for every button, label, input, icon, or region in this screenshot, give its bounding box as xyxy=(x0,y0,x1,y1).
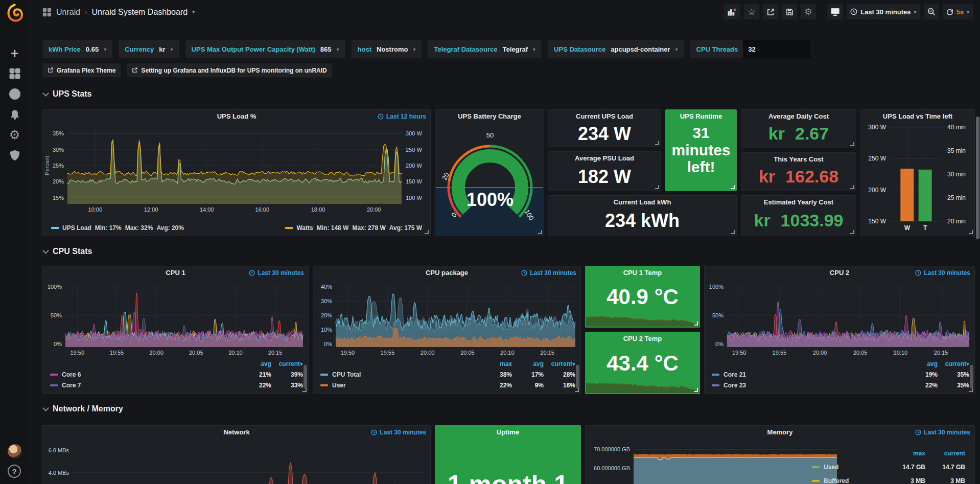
panel-title[interactable]: Estimated Yearly Cost xyxy=(741,198,856,206)
cycle-view-monitor-button[interactable] xyxy=(827,4,843,19)
stat-value: 234 W xyxy=(548,123,661,145)
svg-text:14:00: 14:00 xyxy=(200,206,214,213)
panel-estimated-yearly-cost: Estimated Yearly Cost kr1033.99 xyxy=(741,195,856,236)
svg-text:0%: 0% xyxy=(54,341,62,347)
svg-text:10:00: 10:00 xyxy=(88,206,103,213)
panel-time-override[interactable]: Last 30 minutes xyxy=(521,269,576,276)
legend-row-buffered[interactable]: Buffered3 MB3 MB xyxy=(812,474,965,484)
legend-row-core7[interactable]: Core 722%33% xyxy=(50,380,303,390)
legend-col-avg[interactable]: avg xyxy=(906,360,938,367)
panel-title[interactable]: This Years Cost xyxy=(741,155,856,163)
panel-title[interactable]: CPU 2 Temp xyxy=(586,335,699,342)
svg-text:20%: 20% xyxy=(321,312,332,318)
alerting-bell-icon[interactable] xyxy=(0,104,29,125)
share-dashboard-button[interactable] xyxy=(763,4,778,19)
svg-text:25 min: 25 min xyxy=(947,194,966,201)
refresh-caret: ▾ xyxy=(967,9,969,15)
variable-telegraf-datasource[interactable]: Telegraf DatasourceTelegraf▾ xyxy=(428,40,542,58)
variable-kwh-price[interactable]: kWh Price0.65▾ xyxy=(42,40,112,58)
legend-col-current[interactable]: current▾ xyxy=(544,360,575,367)
user-avatar[interactable] xyxy=(8,444,22,458)
server-admin-shield-icon[interactable] xyxy=(0,145,29,166)
section-ups-stats[interactable]: UPS Stats xyxy=(43,89,91,99)
cpu2-chart[interactable]: 100%50%0%19:5019:5520:0020:0520:1020:15 xyxy=(705,280,974,357)
panel-average-daily-cost: Average Daily Cost kr2.67 xyxy=(741,109,856,148)
zoom-out-button[interactable] xyxy=(924,4,939,19)
panel-title[interactable]: UPS Runtime xyxy=(666,112,736,120)
legend-col-avg[interactable]: avg xyxy=(512,360,544,367)
legend-item-ups-load[interactable]: UPS Load Min: 17% Max: 32% Avg: 20% xyxy=(51,224,184,232)
legend-scrollbar[interactable] xyxy=(576,365,579,388)
link-ups-monitoring-guide[interactable]: Setting up Grafana and InfluxDB for UPS … xyxy=(127,63,332,77)
section-cpu-stats[interactable]: CPU Stats xyxy=(43,247,92,256)
cpu1-chart[interactable]: 100%50%0%19:5019:5520:0020:0520:1020:15 xyxy=(43,280,308,357)
explore-compass-icon[interactable] xyxy=(0,84,29,104)
panel-title[interactable]: Current Load kWh xyxy=(548,198,736,206)
legend-scrollbar[interactable] xyxy=(304,365,307,388)
legend-row-core21[interactable]: Core 2119%35% xyxy=(712,369,969,380)
legend-col-avg[interactable]: avg xyxy=(240,360,271,367)
legend-scrollbar[interactable] xyxy=(970,365,973,388)
variable-currency[interactable]: Currencykr▾ xyxy=(119,40,179,58)
legend-row-used[interactable]: Used14.7 GB14.7 GB xyxy=(812,460,965,474)
panel-time-override[interactable]: Last 30 minutes xyxy=(915,269,970,276)
panel-time-override[interactable]: Last 12 hours xyxy=(378,113,426,120)
svg-text:19:50: 19:50 xyxy=(341,350,355,356)
svg-text:0%: 0% xyxy=(715,341,724,347)
page-scrollbar-thumb[interactable] xyxy=(976,117,979,239)
configuration-gear-icon[interactable]: ⚙ xyxy=(0,125,29,145)
memory-chart[interactable]: 70.000000 GB60.000000 GB50.000000 GB xyxy=(586,443,841,484)
svg-text:20 min: 20 min xyxy=(947,218,966,225)
panel-title[interactable]: Average PSU Load xyxy=(548,154,661,162)
legend-col-max[interactable]: max xyxy=(480,360,512,367)
star-dashboard-button[interactable]: ☆ xyxy=(744,4,759,19)
add-panel-button[interactable] xyxy=(724,4,740,19)
svg-text:0%: 0% xyxy=(324,341,332,347)
legend-swatch xyxy=(712,374,719,376)
legend-row-core6[interactable]: Core 621%39% xyxy=(50,369,303,380)
legend-swatch xyxy=(50,384,58,386)
svg-text:20:00: 20:00 xyxy=(421,350,435,356)
save-dashboard-button[interactable] xyxy=(782,4,797,19)
panel-title[interactable]: Uptime xyxy=(435,428,580,436)
breadcrumb-app[interactable]: Unraid xyxy=(56,8,80,17)
dashboard-settings-button[interactable]: ⚙ xyxy=(801,4,816,19)
legend-row-cpu-total[interactable]: CPU Total38%17%28% xyxy=(320,369,575,380)
help-icon[interactable]: ? xyxy=(8,465,21,478)
panel-title[interactable]: Current UPS Load xyxy=(548,112,661,120)
chevron-down-icon xyxy=(42,247,49,254)
dashboard-dropdown-caret[interactable]: ▾ xyxy=(192,9,195,15)
legend-row-core23[interactable]: Core 2322%35% xyxy=(712,380,969,390)
ups-load-legend: UPS Load Min: 17% Max: 32% Avg: 20% Watt… xyxy=(51,224,422,232)
breadcrumb-dashboard-title[interactable]: Unraid System Dashboard xyxy=(91,8,188,17)
panel-title[interactable]: UPS Load % xyxy=(43,112,430,120)
legend-col-current[interactable]: current▾ xyxy=(938,360,969,367)
variable-caret: ▾ xyxy=(171,47,173,52)
legend-col-current[interactable]: current xyxy=(925,450,965,457)
variable-cpu-threads[interactable]: CPU Threads32 xyxy=(690,40,811,58)
legend-item-watts[interactable]: Watts Min: 148 W Max: 278 W Avg: 175 W xyxy=(285,224,422,232)
legend-col-max[interactable]: max xyxy=(885,450,925,457)
link-grafana-plex-theme[interactable]: Grafana Plex Theme xyxy=(42,63,121,77)
panel-time-override[interactable]: Last 30 minutes xyxy=(371,429,426,436)
legend-swatch xyxy=(51,227,59,229)
refresh-picker[interactable]: 5s ▾ xyxy=(943,4,973,19)
legend-col-current[interactable]: current▾ xyxy=(271,360,303,367)
panel-time-override[interactable]: Last 30 minutes xyxy=(249,269,304,276)
ups-load-chart[interactable]: 35%30%25%20%15%300 W250 W200 W150 W100 W… xyxy=(43,123,430,215)
panel-title[interactable]: CPU 1 Temp xyxy=(586,269,699,276)
variable-host[interactable]: hostNostromo▾ xyxy=(352,40,422,58)
variable-ups-max-output[interactable]: UPS Max Output Power Capacity (Watt)865▾ xyxy=(185,40,345,58)
variable-ups-datasource[interactable]: UPS Datasourceapcupsd-container▾ xyxy=(548,40,684,58)
cpu-package-chart[interactable]: 40%30%20%10%0%19:5019:5520:0020:0520:102… xyxy=(313,280,580,357)
time-range-picker[interactable]: Last 30 minutes ▾ xyxy=(847,4,920,19)
grafana-logo-icon[interactable] xyxy=(5,3,24,22)
create-plus-icon[interactable]: + xyxy=(0,43,29,63)
cpu-threads-input[interactable]: 32 xyxy=(743,40,810,58)
network-chart[interactable]: 6.0 MBs4.0 MBs2.0 MBs xyxy=(43,443,430,484)
dashboards-icon[interactable] xyxy=(0,63,29,84)
legend-row-user[interactable]: User22%9%16% xyxy=(320,380,575,390)
panel-time-override[interactable]: Last 30 minutes xyxy=(915,429,970,436)
section-network-memory[interactable]: Network / Memory xyxy=(43,404,123,413)
panel-title[interactable]: Average Daily Cost xyxy=(741,112,856,120)
